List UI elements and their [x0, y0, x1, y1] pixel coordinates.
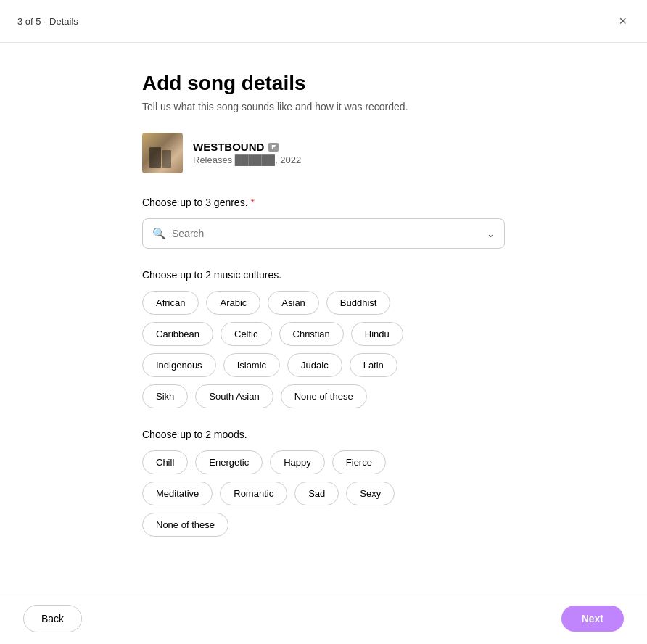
chip-celtic[interactable]: Celtic: [221, 322, 272, 346]
chip-sad[interactable]: Sad: [294, 482, 339, 505]
moods-label: Choose up to 2 moods.: [142, 429, 505, 440]
chip-romantic[interactable]: Romantic: [220, 482, 287, 505]
back-button[interactable]: Back: [23, 605, 82, 632]
chip-caribbean[interactable]: Caribbean: [142, 322, 213, 346]
chip-happy[interactable]: Happy: [270, 450, 325, 474]
chip-buddhist[interactable]: Buddhist: [326, 291, 391, 315]
step-indicator: 3 of 5 - Details: [17, 16, 78, 27]
genre-search-input[interactable]: [142, 218, 505, 249]
chip-african[interactable]: African: [142, 291, 199, 315]
song-title-row: WESTBOUND E: [193, 141, 301, 153]
genre-section: Choose up to 3 genres. * 🔍 ⌄: [142, 197, 505, 249]
song-thumbnail: [142, 133, 183, 173]
explicit-badge: E: [268, 143, 279, 152]
chip-hindu[interactable]: Hindu: [351, 322, 403, 346]
genre-label: Choose up to 3 genres. *: [142, 197, 505, 208]
chip-fierce[interactable]: Fierce: [332, 450, 386, 474]
required-star: *: [248, 197, 255, 208]
chip-judaic[interactable]: Judaic: [287, 353, 342, 377]
chip-christian[interactable]: Christian: [279, 322, 344, 346]
song-release: Releases ██████, 2022: [193, 154, 301, 165]
song-meta: WESTBOUND E Releases ██████, 2022: [193, 141, 301, 165]
chip-meditative[interactable]: Meditative: [142, 482, 213, 505]
chip-sexy[interactable]: Sexy: [346, 482, 395, 505]
chip-asian[interactable]: Asian: [268, 291, 319, 315]
chip-south-asian[interactable]: South Asian: [195, 384, 273, 408]
cultures-chips-container: AfricanArabicAsianBuddhistCaribbeanCelti…: [142, 291, 505, 408]
song-name: WESTBOUND: [193, 141, 264, 153]
genre-search-wrapper: 🔍 ⌄: [142, 218, 505, 249]
main-content: Add song details Tell us what this song …: [142, 43, 505, 629]
cultures-label: Choose up to 2 music cultures.: [142, 269, 505, 281]
chip-none-of-these[interactable]: None of these: [142, 513, 228, 537]
chip-latin[interactable]: Latin: [350, 353, 397, 377]
chip-indigenous[interactable]: Indigenous: [142, 353, 216, 377]
chip-arabic[interactable]: Arabic: [206, 291, 260, 315]
chip-islamic[interactable]: Islamic: [223, 353, 280, 377]
chip-sikh[interactable]: Sikh: [142, 384, 188, 408]
moods-section: Choose up to 2 moods. ChillEnergeticHapp…: [142, 429, 505, 537]
moods-chips-container: ChillEnergeticHappyFierceMeditativeRoman…: [142, 450, 505, 537]
song-info: WESTBOUND E Releases ██████, 2022: [142, 133, 505, 173]
chip-chill[interactable]: Chill: [142, 450, 188, 474]
page-subtitle: Tell us what this song sounds like and h…: [142, 101, 505, 112]
top-bar: 3 of 5 - Details ×: [0, 0, 647, 43]
next-button[interactable]: Next: [561, 606, 624, 632]
chip-none-of-these[interactable]: None of these: [281, 384, 367, 408]
chip-energetic[interactable]: Energetic: [195, 450, 263, 474]
cultures-section: Choose up to 2 music cultures. AfricanAr…: [142, 269, 505, 408]
close-button[interactable]: ×: [616, 12, 630, 30]
bottom-bar: Back Next: [0, 593, 647, 644]
page-title: Add song details: [142, 72, 505, 95]
